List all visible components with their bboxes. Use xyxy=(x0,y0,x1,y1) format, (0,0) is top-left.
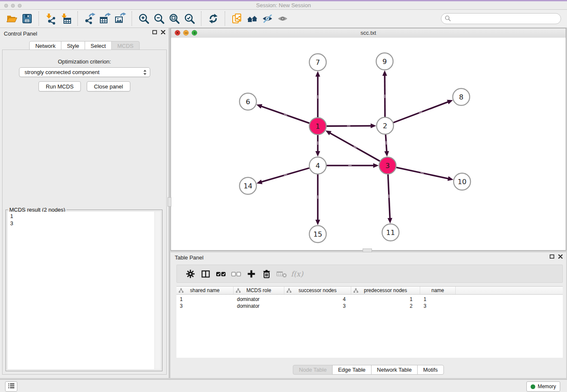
column-header-name[interactable]: name xyxy=(420,287,456,294)
mcds-result-list[interactable]: 13 xyxy=(8,212,160,369)
graph-edge-3-1[interactable] xyxy=(325,130,380,161)
table-row[interactable]: 1dominator411 xyxy=(176,296,563,303)
horizontal-splitter-handle[interactable] xyxy=(363,248,372,252)
column-header-predecessor-nodes[interactable]: predecessor nodes xyxy=(351,287,420,294)
graph-node-15[interactable]: 15 xyxy=(309,226,326,243)
clone-network-button[interactable] xyxy=(229,11,245,26)
cell-name[interactable]: 3 xyxy=(420,303,456,309)
graph-edge-1-7[interactable] xyxy=(315,71,320,117)
table-tabs: Node TableEdge TableNetwork TableMotifs xyxy=(171,365,566,375)
close-table-panel-icon[interactable] xyxy=(558,254,563,259)
zoom-out-button[interactable] xyxy=(151,11,167,26)
svg-text:3: 3 xyxy=(385,162,390,170)
tab-motifs[interactable]: Motifs xyxy=(417,365,444,375)
app-titlebar: Session: New Session xyxy=(0,0,567,10)
export-image-button[interactable] xyxy=(113,11,128,26)
column-label: predecessor nodes xyxy=(364,287,407,293)
graph-node-3[interactable]: 3 xyxy=(379,157,396,174)
graph-node-2[interactable]: 2 xyxy=(377,117,394,134)
tab-edge-table[interactable]: Edge Table xyxy=(332,365,372,375)
graph-edge-4-15[interactable] xyxy=(315,174,320,225)
cell-predecessor-nodes[interactable]: 1 xyxy=(351,296,420,302)
graph-node-6[interactable]: 6 xyxy=(239,93,256,110)
graph-edge-4-3[interactable] xyxy=(327,163,379,168)
toolbar-separator xyxy=(77,11,78,26)
export-table-button[interactable] xyxy=(97,11,113,26)
import-table-button[interactable] xyxy=(58,11,74,26)
first-neighbors-button[interactable] xyxy=(245,11,260,26)
split-pane-button[interactable] xyxy=(198,269,213,279)
table-row[interactable]: 3dominator323 xyxy=(176,303,563,309)
zoom-fit-button[interactable] xyxy=(167,11,182,26)
close-panel-button[interactable]: Close panel xyxy=(87,81,130,91)
delete-button[interactable] xyxy=(259,269,274,279)
svg-text:1: 1 xyxy=(316,122,320,130)
network-window-titlebar: scc.txt xyxy=(171,28,566,38)
float-table-panel-icon[interactable] xyxy=(550,254,554,259)
tab-network-table[interactable]: Network Table xyxy=(371,365,418,375)
graph-edge-1-2[interactable] xyxy=(327,124,376,128)
settings-button[interactable] xyxy=(183,269,198,279)
vertical-splitter-handle[interactable] xyxy=(168,197,171,207)
graph-edge-4-14[interactable] xyxy=(256,168,309,184)
cell-predecessor-nodes[interactable]: 2 xyxy=(351,303,420,309)
window-accent-strip xyxy=(0,0,567,1)
memory-button[interactable]: Memory xyxy=(526,381,560,392)
graph-node-14[interactable]: 14 xyxy=(239,177,256,194)
unselect-all-button[interactable] xyxy=(228,269,244,279)
graph-node-10[interactable]: 10 xyxy=(454,173,471,190)
save-session-button[interactable] xyxy=(19,11,35,26)
run-mcds-button[interactable]: Run MCDS xyxy=(39,81,81,91)
zoom-selected-button[interactable] xyxy=(182,11,197,26)
main-toolbar xyxy=(0,10,567,28)
refresh-layout-button[interactable] xyxy=(206,11,221,26)
cell-name[interactable]: 1 xyxy=(420,296,456,302)
graph-node-1[interactable]: 1 xyxy=(309,118,326,135)
add-button[interactable] xyxy=(244,269,259,279)
search-input[interactable] xyxy=(441,13,561,24)
cell-shared-name[interactable]: 1 xyxy=(176,296,234,302)
tab-node-table[interactable]: Node Table xyxy=(293,365,333,375)
zoom-in-button[interactable] xyxy=(136,11,151,26)
graph-node-4[interactable]: 4 xyxy=(309,157,326,174)
hide-selected-button[interactable] xyxy=(260,11,275,26)
cell-successor-nodes[interactable]: 4 xyxy=(284,296,351,302)
graph-node-7[interactable]: 7 xyxy=(309,54,326,71)
graph-node-9[interactable]: 9 xyxy=(376,53,393,70)
result-line: 1 xyxy=(8,213,160,220)
search-icon xyxy=(445,15,451,23)
column-label: MCDS role xyxy=(246,287,271,293)
function-builder-icon: f(x) xyxy=(291,270,303,278)
column-header-successor-nodes[interactable]: successor nodes xyxy=(284,287,351,294)
graph-edge-3-11[interactable] xyxy=(388,174,392,224)
task-history-button[interactable] xyxy=(5,381,17,392)
select-all-button[interactable] xyxy=(213,269,228,279)
close-window-icon[interactable] xyxy=(175,30,180,36)
graph-edge-2-8[interactable] xyxy=(394,100,453,123)
criterion-select[interactable]: strongly connected component xyxy=(19,67,150,77)
close-panel-icon[interactable] xyxy=(161,30,165,34)
cell-mcds-role[interactable]: dominator xyxy=(234,303,284,309)
float-panel-icon[interactable] xyxy=(152,30,157,34)
column-header-shared-name[interactable]: shared name xyxy=(176,287,234,294)
cell-mcds-role[interactable]: dominator xyxy=(234,296,284,302)
graph-edge-1-6[interactable] xyxy=(256,104,309,123)
graph-node-11[interactable]: 11 xyxy=(382,224,399,241)
network-canvas[interactable]: 7968124314101511 xyxy=(171,38,566,250)
graph-edge-2-3[interactable] xyxy=(384,135,389,157)
graph-node-8[interactable]: 8 xyxy=(453,88,470,105)
graph-edge-3-10[interactable] xyxy=(396,167,454,181)
column-header-mcds-role[interactable]: MCDS role xyxy=(234,287,284,294)
result-scrollbar[interactable] xyxy=(154,212,160,369)
cell-shared-name[interactable]: 3 xyxy=(176,303,234,309)
table-rows: 1dominator4113dominator323 xyxy=(176,295,563,309)
graph-edge-2-9[interactable] xyxy=(383,70,387,117)
import-network-button[interactable] xyxy=(43,11,58,26)
network-view-window: scc.txt 7968124314101511 xyxy=(171,28,566,251)
cell-successor-nodes[interactable]: 3 xyxy=(284,303,351,309)
maximize-window-icon[interactable] xyxy=(192,30,197,36)
open-session-button[interactable] xyxy=(4,11,19,26)
minimize-window-icon[interactable] xyxy=(183,30,189,36)
export-network-button[interactable] xyxy=(82,11,97,26)
graph-edge-1-4[interactable] xyxy=(315,135,320,157)
